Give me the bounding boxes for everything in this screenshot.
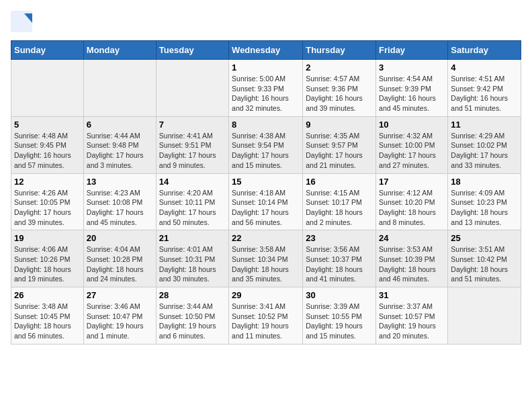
day-number: 20	[87, 233, 153, 243]
day-number: 16	[306, 177, 373, 187]
day-info: Sunrise: 4:12 AM Sunset: 10:20 PM Daylig…	[379, 188, 445, 228]
day-number: 25	[451, 233, 518, 243]
day-number: 17	[379, 177, 445, 187]
calendar-cell: 12Sunrise: 4:26 AM Sunset: 10:05 PM Dayl…	[11, 173, 84, 230]
day-info: Sunrise: 4:23 AM Sunset: 10:08 PM Daylig…	[87, 188, 153, 228]
logo	[11, 11, 35, 32]
day-info: Sunrise: 4:29 AM Sunset: 10:02 PM Daylig…	[451, 131, 518, 171]
day-info: Sunrise: 4:26 AM Sunset: 10:05 PM Daylig…	[14, 188, 81, 228]
day-number: 22	[232, 233, 300, 243]
day-info: Sunrise: 4:48 AM Sunset: 9:45 PM Dayligh…	[14, 131, 81, 171]
day-number: 5	[14, 120, 81, 130]
day-info: Sunrise: 4:01 AM Sunset: 10:31 PM Daylig…	[159, 244, 226, 284]
day-info: Sunrise: 4:44 AM Sunset: 9:48 PM Dayligh…	[87, 131, 153, 171]
day-info: Sunrise: 5:00 AM Sunset: 9:33 PM Dayligh…	[232, 74, 300, 113]
day-info: Sunrise: 4:09 AM Sunset: 10:23 PM Daylig…	[451, 188, 518, 228]
day-number: 24	[379, 233, 445, 243]
day-info: Sunrise: 4:32 AM Sunset: 10:00 PM Daylig…	[379, 131, 445, 171]
day-number: 9	[306, 120, 373, 130]
day-number: 6	[87, 120, 153, 130]
week-row-3: 12Sunrise: 4:26 AM Sunset: 10:05 PM Dayl…	[11, 173, 521, 230]
day-info: Sunrise: 4:20 AM Sunset: 10:11 PM Daylig…	[159, 188, 226, 228]
calendar-table: SundayMondayTuesdayWednesdayThursdayFrid…	[11, 40, 521, 345]
calendar-cell	[83, 60, 156, 117]
day-number: 14	[159, 177, 226, 187]
calendar-cell: 18Sunrise: 4:09 AM Sunset: 10:23 PM Dayl…	[448, 173, 521, 230]
day-info: Sunrise: 3:48 AM Sunset: 10:45 PM Daylig…	[14, 302, 81, 341]
day-number: 13	[87, 177, 153, 187]
logo-icon	[11, 11, 32, 32]
day-info: Sunrise: 4:04 AM Sunset: 10:28 PM Daylig…	[87, 244, 153, 284]
column-header-wednesday: Wednesday	[229, 41, 303, 60]
column-header-monday: Monday	[83, 41, 156, 60]
day-number: 31	[379, 290, 445, 300]
calendar-cell: 28Sunrise: 3:44 AM Sunset: 10:50 PM Dayl…	[156, 287, 228, 345]
calendar-cell	[11, 60, 84, 117]
day-info: Sunrise: 4:57 AM Sunset: 9:36 PM Dayligh…	[306, 74, 373, 113]
calendar-cell	[448, 287, 521, 345]
calendar-cell: 9Sunrise: 4:35 AM Sunset: 9:57 PM Daylig…	[303, 116, 376, 173]
day-number: 11	[451, 120, 518, 130]
calendar-cell: 19Sunrise: 4:06 AM Sunset: 10:26 PM Dayl…	[11, 230, 84, 287]
calendar-cell: 1Sunrise: 5:00 AM Sunset: 9:33 PM Daylig…	[229, 60, 303, 117]
calendar-cell	[156, 60, 228, 117]
calendar-cell: 22Sunrise: 3:58 AM Sunset: 10:34 PM Dayl…	[229, 230, 303, 287]
column-header-tuesday: Tuesday	[156, 41, 228, 60]
calendar-cell: 20Sunrise: 4:04 AM Sunset: 10:28 PM Dayl…	[83, 230, 156, 287]
column-header-friday: Friday	[376, 41, 448, 60]
calendar-cell: 14Sunrise: 4:20 AM Sunset: 10:11 PM Dayl…	[156, 173, 228, 230]
week-row-5: 26Sunrise: 3:48 AM Sunset: 10:45 PM Dayl…	[11, 287, 521, 345]
day-info: Sunrise: 3:41 AM Sunset: 10:52 PM Daylig…	[232, 302, 300, 341]
day-info: Sunrise: 4:15 AM Sunset: 10:17 PM Daylig…	[306, 188, 373, 228]
day-info: Sunrise: 3:46 AM Sunset: 10:47 PM Daylig…	[87, 302, 153, 341]
calendar-cell: 7Sunrise: 4:41 AM Sunset: 9:51 PM Daylig…	[156, 116, 228, 173]
calendar-cell: 31Sunrise: 3:37 AM Sunset: 10:57 PM Dayl…	[376, 287, 448, 345]
day-number: 23	[306, 233, 373, 243]
day-info: Sunrise: 4:51 AM Sunset: 9:42 PM Dayligh…	[451, 74, 518, 113]
calendar-cell: 8Sunrise: 4:38 AM Sunset: 9:54 PM Daylig…	[229, 116, 303, 173]
day-number: 3	[379, 62, 445, 73]
day-info: Sunrise: 3:56 AM Sunset: 10:37 PM Daylig…	[306, 244, 373, 284]
column-header-saturday: Saturday	[448, 41, 521, 60]
calendar-cell: 25Sunrise: 3:51 AM Sunset: 10:42 PM Dayl…	[448, 230, 521, 287]
calendar-cell: 21Sunrise: 4:01 AM Sunset: 10:31 PM Dayl…	[156, 230, 228, 287]
day-info: Sunrise: 3:37 AM Sunset: 10:57 PM Daylig…	[379, 302, 445, 341]
calendar-cell: 30Sunrise: 3:39 AM Sunset: 10:55 PM Dayl…	[303, 287, 376, 345]
day-number: 29	[232, 290, 300, 300]
day-number: 21	[159, 233, 226, 243]
page-header	[11, 11, 521, 32]
day-number: 27	[87, 290, 153, 300]
calendar-cell: 16Sunrise: 4:15 AM Sunset: 10:17 PM Dayl…	[303, 173, 376, 230]
calendar-cell: 15Sunrise: 4:18 AM Sunset: 10:14 PM Dayl…	[229, 173, 303, 230]
day-info: Sunrise: 4:18 AM Sunset: 10:14 PM Daylig…	[232, 188, 300, 228]
day-info: Sunrise: 4:41 AM Sunset: 9:51 PM Dayligh…	[159, 131, 226, 171]
day-number: 12	[14, 177, 81, 187]
week-row-2: 5Sunrise: 4:48 AM Sunset: 9:45 PM Daylig…	[11, 116, 521, 173]
day-number: 30	[306, 290, 373, 300]
day-info: Sunrise: 4:54 AM Sunset: 9:39 PM Dayligh…	[379, 74, 445, 113]
day-number: 2	[306, 62, 373, 73]
day-number: 19	[14, 233, 81, 243]
day-number: 8	[232, 120, 300, 130]
day-info: Sunrise: 4:35 AM Sunset: 9:57 PM Dayligh…	[306, 131, 373, 171]
day-number: 7	[159, 120, 226, 130]
day-info: Sunrise: 4:06 AM Sunset: 10:26 PM Daylig…	[14, 244, 81, 284]
column-header-sunday: Sunday	[11, 41, 84, 60]
day-number: 1	[232, 62, 300, 73]
day-info: Sunrise: 3:53 AM Sunset: 10:39 PM Daylig…	[379, 244, 445, 284]
calendar-header-row: SundayMondayTuesdayWednesdayThursdayFrid…	[11, 41, 521, 60]
calendar-cell: 26Sunrise: 3:48 AM Sunset: 10:45 PM Dayl…	[11, 287, 84, 345]
day-number: 4	[451, 62, 518, 73]
calendar-cell: 29Sunrise: 3:41 AM Sunset: 10:52 PM Dayl…	[229, 287, 303, 345]
day-info: Sunrise: 3:44 AM Sunset: 10:50 PM Daylig…	[159, 302, 226, 341]
calendar-cell: 10Sunrise: 4:32 AM Sunset: 10:00 PM Dayl…	[376, 116, 448, 173]
calendar-cell: 13Sunrise: 4:23 AM Sunset: 10:08 PM Dayl…	[83, 173, 156, 230]
week-row-4: 19Sunrise: 4:06 AM Sunset: 10:26 PM Dayl…	[11, 230, 521, 287]
day-number: 18	[451, 177, 518, 187]
day-info: Sunrise: 3:51 AM Sunset: 10:42 PM Daylig…	[451, 244, 518, 284]
calendar-cell: 17Sunrise: 4:12 AM Sunset: 10:20 PM Dayl…	[376, 173, 448, 230]
calendar-cell: 27Sunrise: 3:46 AM Sunset: 10:47 PM Dayl…	[83, 287, 156, 345]
calendar-cell: 11Sunrise: 4:29 AM Sunset: 10:02 PM Dayl…	[448, 116, 521, 173]
week-row-1: 1Sunrise: 5:00 AM Sunset: 9:33 PM Daylig…	[11, 60, 521, 117]
column-header-thursday: Thursday	[303, 41, 376, 60]
